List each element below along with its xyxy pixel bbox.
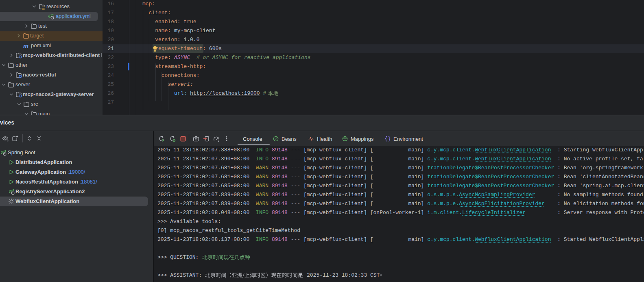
svg-text:m: m	[23, 42, 28, 49]
